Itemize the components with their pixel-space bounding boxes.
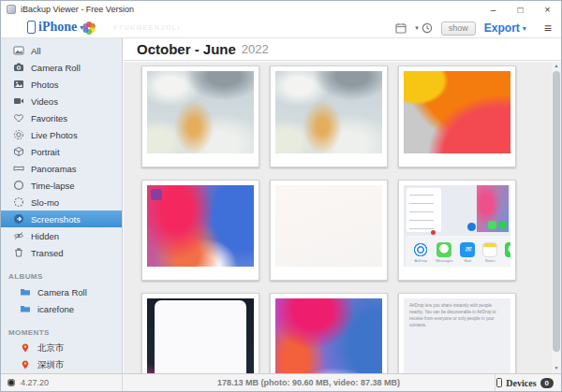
chevron-down-icon: ▾ — [415, 24, 419, 32]
status-dot-icon — [7, 379, 15, 386]
sidebar-moment-beijing[interactable]: 北京市 — [1, 340, 122, 356]
map-pin-icon — [20, 342, 31, 354]
vertical-scrollbar[interactable]: ▲ ▼ — [552, 62, 561, 373]
photo-thumbnail[interactable]: AirDrop Messages ✉Mail Notes — [398, 180, 516, 281]
sidebar-item-photos[interactable]: Photos — [1, 76, 122, 93]
messages-icon — [436, 242, 451, 257]
chevron-down-icon: ▾ — [523, 24, 526, 33]
camera-icon — [13, 62, 24, 73]
date-range-header: October - June 2022 — [124, 38, 561, 61]
main-content: October - June 2022 AirDrop Me — [124, 38, 561, 373]
sidebar-item-videos[interactable]: Videos — [1, 93, 122, 109]
phone-icon — [27, 21, 36, 34]
video-icon — [13, 95, 24, 107]
share-sheet-dock: AirDrop Messages ✉Mail Notes — [406, 236, 510, 267]
close-button[interactable]: × — [534, 1, 561, 18]
toolbar: iPhone ▾ FTUKGEENJOLI ▾ show — [1, 18, 561, 38]
cube-icon — [13, 146, 24, 157]
dashed-circle-icon — [13, 196, 24, 208]
folder-icon — [20, 303, 31, 314]
heart-icon — [13, 112, 24, 123]
check-icon — [467, 223, 476, 231]
photo-thumbnail[interactable] — [270, 293, 388, 373]
photo-thumbnail[interactable] — [270, 65, 388, 167]
scroll-down-arrow[interactable]: ▼ — [552, 364, 561, 372]
share-sheet-panel — [407, 188, 440, 232]
dialog-panel — [155, 300, 246, 373]
photo-thumbnail[interactable] — [398, 65, 516, 167]
messages-icon — [488, 221, 496, 229]
date-range: October - June — [137, 41, 236, 57]
whatsapp-icon — [505, 242, 510, 257]
sidebar-item-time-lapse[interactable]: Time-lapse — [1, 177, 122, 194]
sidebar-moment-shenzhen[interactable]: 深圳市 — [1, 356, 122, 373]
trash-icon — [13, 247, 24, 258]
sidebar-item-transed[interactable]: Transed — [1, 244, 122, 261]
photo-thumbnail[interactable] — [141, 65, 259, 167]
screenshot-icon — [13, 213, 24, 225]
sidebar-album-icarefone[interactable]: icarefone — [1, 300, 122, 317]
photo-thumbnail[interactable] — [270, 180, 388, 281]
circle-icon — [13, 180, 24, 191]
size-summary: 178.13 MB (photo: 90.60 MB, video: 87.38… — [123, 374, 495, 391]
photo-icon — [13, 45, 24, 56]
sidebar-album-camera-roll[interactable]: Camera Roll — [1, 283, 122, 300]
folder-icon — [20, 286, 31, 298]
version-text: 4.27.20 — [21, 378, 49, 387]
sidebar-item-all[interactable]: All — [1, 42, 122, 59]
watermark-text: FTUKGEENJOLI — [113, 24, 181, 31]
scrollbar-thumb[interactable] — [553, 71, 560, 352]
section-moments: MOMENTS — [1, 325, 122, 340]
sidebar-item-panoramas[interactable]: Panoramas — [1, 160, 122, 177]
sidebar-item-portrait[interactable]: Portrait — [1, 143, 122, 160]
record-dot-icon — [431, 230, 436, 235]
sidebar-item-live-photos[interactable]: Live Photos — [1, 126, 122, 143]
section-albums: ALBUMS — [1, 269, 122, 283]
window-title: iBackup Viewer - Free Version — [21, 5, 134, 14]
live-photo-icon — [13, 129, 24, 140]
device-dropdown[interactable]: iPhone ▾ — [27, 20, 83, 35]
maximize-button[interactable]: □ — [507, 1, 534, 18]
status-bar: 4.27.20 178.13 MB (photo: 90.60 MB, vide… — [1, 373, 561, 391]
eye-slash-icon — [13, 230, 24, 241]
photos-flower-icon — [81, 21, 96, 36]
app-icon — [7, 5, 16, 14]
sidebar-item-favorites[interactable]: Favorites — [1, 109, 122, 126]
photo-thumbnail[interactable] — [141, 293, 259, 373]
airdrop-info-text: AirDrop lets you share instantly with pe… — [409, 303, 505, 329]
export-button[interactable]: Export ▾ — [484, 22, 526, 35]
sidebar-item-slo-mo[interactable]: Slo-mo — [1, 194, 122, 211]
title-bar: iBackup Viewer - Free Version – □ × — [1, 1, 561, 18]
notes-icon — [482, 242, 497, 257]
devices-count-badge: 0 — [540, 378, 554, 388]
show-button[interactable]: show — [441, 22, 476, 36]
app-badge — [151, 189, 162, 200]
photo-grid: AirDrop Messages ✉Mail Notes AirDrop let… — [124, 62, 552, 373]
sidebar-item-hidden[interactable]: Hidden — [1, 227, 122, 244]
photo-icon — [13, 79, 24, 90]
device-label: iPhone — [38, 20, 77, 35]
sidebar: All Camera Roll Photos Videos Favorites … — [1, 38, 123, 373]
app-window: iBackup Viewer - Free Version – □ × iPho… — [0, 0, 562, 392]
devices-label: Devices — [506, 378, 536, 388]
panorama-icon — [13, 163, 24, 174]
menu-icon[interactable]: ≡ — [544, 23, 552, 33]
photo-thumbnail[interactable] — [141, 180, 259, 281]
sidebar-item-screenshots[interactable]: Screenshots — [1, 211, 122, 227]
date-year: 2022 — [242, 42, 269, 56]
photo-thumbnail[interactable]: AirDrop lets you share instantly with pe… — [398, 293, 516, 373]
clock-icon[interactable] — [422, 22, 433, 34]
map-pin-icon — [20, 359, 31, 370]
airdrop-icon — [413, 242, 428, 257]
phone-icon — [496, 378, 502, 387]
scroll-up-arrow[interactable]: ▲ — [552, 62, 561, 70]
sidebar-item-camera-roll[interactable]: Camera Roll — [1, 59, 122, 76]
mail-icon: ✉ — [460, 242, 475, 257]
minimize-button[interactable]: – — [480, 1, 507, 18]
calendar-icon[interactable] — [395, 22, 407, 34]
